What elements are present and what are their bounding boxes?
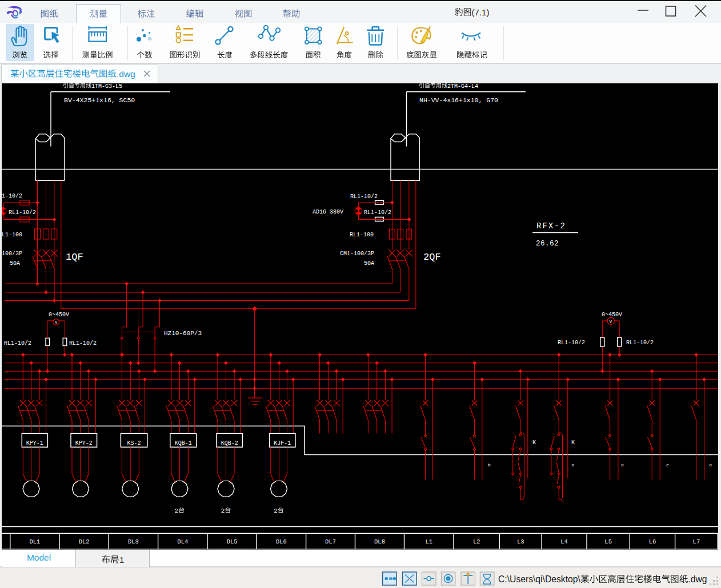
svg-text:RL1-10/2: RL1-10/2 — [364, 210, 391, 216]
svg-text:KS-2: KS-2 — [127, 440, 141, 446]
svg-text:DL7: DL7 — [325, 538, 336, 545]
svg-text:RL1-10/2: RL1-10/2 — [558, 340, 585, 346]
svg-text:DL8: DL8 — [374, 538, 385, 545]
svg-text:1TM-G3-L5: 1TM-G3-L5 — [91, 83, 122, 90]
svg-text:DL3: DL3 — [128, 538, 139, 545]
svg-text:RL1-10/2: RL1-10/2 — [626, 340, 654, 346]
svg-text:K: K — [532, 440, 536, 446]
svg-text:DL6: DL6 — [276, 538, 287, 545]
svg-text:V: V — [610, 319, 612, 324]
svg-text:RL1-10/2: RL1-10/2 — [69, 340, 97, 347]
svg-text:L2: L2 — [473, 538, 480, 545]
svg-text:2TM-G4-L4: 2TM-G4-L4 — [447, 83, 478, 90]
svg-text:RL1-10/2: RL1-10/2 — [9, 210, 36, 216]
svg-text:RL1-10/2: RL1-10/2 — [4, 340, 31, 347]
svg-text:o: o — [621, 462, 624, 468]
svg-text:RL1-100: RL1-100 — [350, 232, 374, 238]
svg-text:KQB-2: KQB-2 — [221, 440, 238, 446]
svg-text:o: o — [572, 462, 575, 468]
svg-text:KQB-1: KQB-1 — [175, 440, 192, 446]
svg-text:L7: L7 — [693, 538, 700, 545]
svg-text:2: 2 — [221, 508, 225, 514]
svg-text:50A: 50A — [364, 260, 374, 267]
svg-text:100/3P: 100/3P — [2, 251, 22, 257]
svg-text:L3: L3 — [517, 538, 524, 545]
svg-text:2: 2 — [274, 508, 278, 514]
svg-text:DL4: DL4 — [177, 538, 188, 545]
svg-text:HZ10-60P/3: HZ10-60P/3 — [164, 330, 202, 337]
svg-text:26.62: 26.62 — [536, 240, 559, 248]
svg-text:1QF: 1QF — [66, 252, 83, 263]
svg-text:KPY-2: KPY-2 — [75, 440, 93, 446]
svg-text:NH-VV-4x16+1x10, G70: NH-VV-4x16+1x10, G70 — [419, 96, 498, 104]
svg-text:RL1-10/2: RL1-10/2 — [350, 194, 378, 200]
svg-text:DL2: DL2 — [79, 538, 90, 545]
svg-text:L6: L6 — [649, 538, 656, 545]
svg-text:KJF-1: KJF-1 — [274, 440, 291, 446]
svg-text:0~450V: 0~450V — [49, 312, 69, 318]
svg-text:1-10/2: 1-10/2 — [2, 193, 22, 199]
svg-text:L5: L5 — [604, 538, 612, 545]
svg-text:RFX-2: RFX-2 — [536, 221, 566, 231]
svg-text:o: o — [709, 462, 712, 468]
svg-text:L1-100: L1-100 — [2, 232, 22, 238]
svg-text:2: 2 — [175, 508, 179, 514]
svg-text:50A: 50A — [10, 260, 20, 267]
svg-text:BV-4X25+1x16, SC50: BV-4X25+1x16, SC50 — [64, 96, 135, 104]
svg-text:DL5: DL5 — [227, 538, 238, 545]
svg-text:c: c — [666, 462, 669, 468]
svg-text:AD16 380V: AD16 380V — [313, 209, 343, 215]
svg-text:CM1-100/3P: CM1-100/3P — [340, 251, 374, 257]
svg-text:DL1: DL1 — [29, 538, 40, 545]
svg-text:V: V — [55, 320, 58, 325]
svg-text:L4: L4 — [560, 538, 568, 545]
svg-text:0~450V: 0~450V — [602, 312, 622, 318]
svg-text:2QF: 2QF — [423, 252, 441, 263]
svg-text:b: b — [488, 462, 491, 468]
svg-text:K: K — [571, 440, 575, 446]
svg-text:KPY-1: KPY-1 — [26, 440, 43, 446]
svg-text:L1: L1 — [425, 538, 432, 545]
